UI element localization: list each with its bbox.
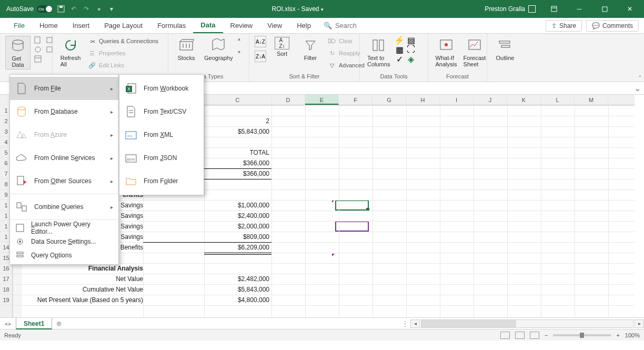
tab-page-layout[interactable]: Page Layout bbox=[97, 18, 150, 33]
touch-mode-icon[interactable]: ● bbox=[95, 5, 103, 13]
user-account[interactable]: Preston Gralla bbox=[479, 5, 541, 13]
horizontal-scrollbar[interactable]: ⋮ ◂▸ bbox=[402, 319, 644, 328]
sheet-prev-icon[interactable]: ◂ bbox=[4, 320, 7, 327]
tab-help[interactable]: Help bbox=[289, 18, 318, 33]
whatif-button[interactable]: What-If Analysis bbox=[434, 36, 459, 68]
zoom-level[interactable]: 100% bbox=[625, 332, 640, 338]
minimize-button[interactable]: ─ bbox=[567, 0, 591, 18]
menu-from-workbook[interactable]: XFrom Workbook bbox=[119, 77, 204, 100]
share-icon: ⇪ bbox=[551, 22, 557, 29]
outline-button[interactable]: Outline bbox=[492, 36, 518, 62]
menu-from-other[interactable]: From Other Sources▸ bbox=[10, 169, 118, 193]
sort-button[interactable]: AZ↕Sort bbox=[269, 36, 295, 58]
menu-launch-pq[interactable]: Launch Power Query Editor... bbox=[10, 221, 118, 235]
menu-from-xml[interactable]: <>From XML bbox=[119, 123, 204, 146]
menu-from-file[interactable]: From File▸ bbox=[10, 77, 118, 100]
cell[interactable]: Net Present Value (Based on 5 years) bbox=[13, 295, 143, 305]
tab-home[interactable]: Home bbox=[32, 18, 65, 33]
qat-dropdown-icon[interactable]: ▾ bbox=[107, 5, 116, 13]
tab-insert[interactable]: Insert bbox=[65, 18, 97, 33]
text-to-columns-button[interactable]: Text to Columns bbox=[365, 36, 392, 68]
comments-button[interactable]: 💬Comments bbox=[586, 20, 639, 32]
zoom-slider[interactable] bbox=[553, 334, 611, 336]
collapse-ribbon-icon[interactable]: ⌃ bbox=[638, 75, 642, 81]
menu-from-textcsv[interactable]: From Text/CSV bbox=[119, 100, 204, 123]
get-data-button[interactable]: Get Data bbox=[5, 36, 31, 69]
file-icon bbox=[15, 82, 28, 95]
menu-from-online[interactable]: From Online Services▸ bbox=[10, 146, 118, 169]
autosave-toggle[interactable]: AutoSave On bbox=[6, 5, 53, 13]
group-label-forecast: Forecast bbox=[434, 73, 481, 81]
zoom-out-button[interactable]: − bbox=[545, 332, 548, 338]
sheet-tab-bar: ◂▸ Sheet1 ⊕ ⋮ ◂▸ bbox=[0, 317, 644, 329]
cell[interactable]: $6,209,000 bbox=[204, 242, 271, 253]
add-sheet-button[interactable]: ⊕ bbox=[52, 320, 66, 327]
search-box[interactable]: 🔍Search bbox=[318, 18, 362, 33]
close-button[interactable]: ✕ bbox=[618, 0, 642, 18]
menu-data-source-settings[interactable]: Data Source Settings... bbox=[10, 235, 118, 248]
queries-connections-button[interactable]: ⫘Queries & Connections bbox=[86, 36, 160, 46]
normal-view-icon[interactable] bbox=[500, 332, 510, 339]
cell[interactable]: $5,843,000 bbox=[204, 284, 271, 295]
cell[interactable]: $2,482,000 bbox=[204, 274, 271, 284]
cell[interactable]: $366,000 bbox=[204, 158, 271, 168]
svg-rect-22 bbox=[501, 45, 510, 47]
consolidate-icon[interactable]: ▤ bbox=[407, 36, 415, 44]
document-title: ROI.xlsx - Saved ▾ bbox=[116, 5, 479, 13]
stocks-button[interactable]: Stocks bbox=[174, 36, 199, 62]
menu-combine-queries[interactable]: Combine Queries▸ bbox=[10, 195, 118, 218]
forecast-sheet-button[interactable]: Forecast Sheet bbox=[462, 36, 487, 68]
refresh-all-button[interactable]: Refresh All bbox=[58, 36, 83, 68]
page-layout-view-icon[interactable] bbox=[515, 332, 525, 339]
remove-dup-icon[interactable]: ▦ bbox=[395, 45, 404, 54]
cell[interactable]: $5,843,000 bbox=[204, 126, 271, 137]
undo-icon[interactable]: ↶ bbox=[69, 5, 78, 13]
ribbon-display-button[interactable] bbox=[542, 0, 566, 18]
sort-asc-icon[interactable]: A↓Z bbox=[255, 36, 266, 47]
redo-icon[interactable]: ↷ bbox=[82, 5, 90, 13]
tab-data[interactable]: Data bbox=[193, 18, 223, 33]
menu-from-database[interactable]: From Database▸ bbox=[10, 100, 118, 123]
tab-file[interactable]: File bbox=[6, 18, 32, 33]
relationships-icon[interactable]: ⛶ bbox=[407, 45, 415, 54]
cell[interactable]: Financial Analysis bbox=[13, 263, 143, 274]
cell[interactable]: $2,000,000 bbox=[204, 221, 271, 232]
flash-fill-icon[interactable]: ⚡ bbox=[395, 36, 404, 44]
from-table-icon[interactable] bbox=[34, 55, 42, 63]
advanced-icon: ▽ bbox=[328, 61, 336, 69]
cell[interactable]: Net Value bbox=[13, 274, 143, 284]
menu-query-options[interactable]: Query Options bbox=[10, 248, 118, 262]
tab-view[interactable]: View bbox=[260, 18, 289, 33]
cell[interactable]: $2,400,000 bbox=[204, 211, 271, 221]
from-web-icon[interactable] bbox=[34, 45, 42, 54]
filter-button[interactable]: Filter bbox=[298, 36, 323, 62]
formula-bar-expand-icon[interactable]: ⌄ bbox=[634, 83, 644, 93]
geography-button[interactable]: Geography bbox=[202, 36, 235, 62]
cell[interactable]: $366,000 bbox=[204, 168, 271, 179]
cell[interactable]: $4,800,000 bbox=[204, 295, 271, 305]
cell[interactable]: Cumulative Net Value bbox=[13, 284, 143, 295]
zoom-in-button[interactable]: + bbox=[616, 332, 619, 338]
page-break-view-icon[interactable] bbox=[530, 332, 539, 339]
data-val-icon[interactable]: ✓ bbox=[395, 55, 404, 63]
cell[interactable]: TOTAL bbox=[204, 147, 271, 158]
menu-from-folder[interactable]: From Folder bbox=[119, 169, 204, 193]
tab-review[interactable]: Review bbox=[223, 18, 260, 33]
share-button[interactable]: ⇪Share bbox=[546, 20, 582, 32]
datatype-next-icon[interactable]: ▾ bbox=[238, 49, 240, 55]
chevron-right-icon: ▸ bbox=[110, 132, 113, 138]
menu-from-json[interactable]: JSONFrom JSON bbox=[119, 146, 204, 169]
cell[interactable]: 2 bbox=[204, 116, 271, 126]
data-model-icon[interactable]: ◈ bbox=[407, 55, 415, 63]
cell[interactable]: $809,000 bbox=[204, 232, 271, 242]
maximize-button[interactable] bbox=[592, 0, 617, 18]
datatype-prev-icon[interactable]: ▴ bbox=[238, 36, 240, 42]
save-icon[interactable] bbox=[57, 5, 65, 13]
sheet-tab-sheet1[interactable]: Sheet1 bbox=[16, 318, 52, 329]
stocks-icon bbox=[178, 37, 195, 54]
sort-desc-icon[interactable]: Z↓A bbox=[255, 51, 266, 62]
from-text-icon[interactable] bbox=[34, 36, 42, 44]
sheet-next-icon[interactable]: ▸ bbox=[8, 320, 12, 327]
cell[interactable]: $1,000,000 bbox=[204, 200, 271, 211]
tab-formulas[interactable]: Formulas bbox=[150, 18, 193, 33]
